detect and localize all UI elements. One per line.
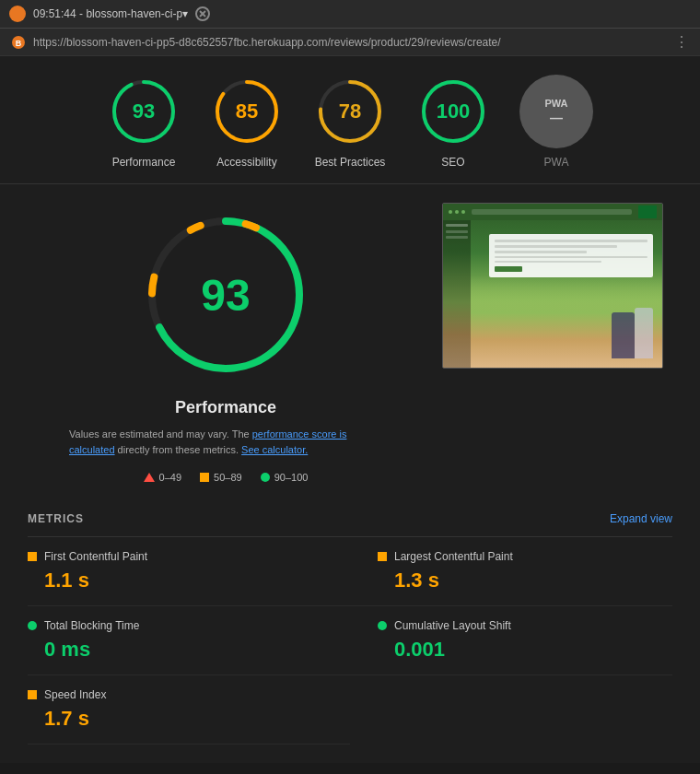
metric-si-indicator [28,690,37,699]
metric-fcp: First Contentful Paint 1.1 s [28,537,350,606]
metric-fcp-name: First Contentful Paint [44,550,147,563]
legend-range-red: 0–49 [159,472,181,483]
metrics-title: METRICS [28,512,84,525]
score-card-best-practices[interactable]: 78 Best Practices [313,75,387,169]
score-label-accessibility: Accessibility [216,156,276,169]
metric-cls-name: Cumulative Layout Shift [394,619,511,632]
stop-icon[interactable] [195,6,210,21]
metric-si-header: Speed Index [28,688,350,701]
expand-view-button[interactable]: Expand view [610,512,672,525]
legend-icon-orange [200,473,209,482]
left-panel: 93 Performance Values are estimated and … [28,203,424,483]
browser-icon [9,6,26,22]
score-label-pwa: PWA [544,156,569,169]
legend-icon-green [261,473,270,482]
svg-text:B: B [16,39,22,48]
metrics-section: METRICS Expand view First Contentful Pai… [0,501,700,763]
preview-header [443,204,662,220]
score-value-performance: 93 [133,100,155,123]
main-section: 93 Performance Values are estimated and … [0,184,700,501]
metric-si: Speed Index 1.7 s [28,675,350,745]
metric-tbt-value: 0 ms [28,638,350,662]
calculator-link[interactable]: See calculator. [241,444,308,455]
score-card-performance[interactable]: 93 Performance [107,75,181,169]
preview-main [471,220,662,368]
score-label-seo: SEO [441,156,464,169]
metric-lcp: Largest Contentful Paint 1.3 s [350,537,672,606]
metric-cls-header: Cumulative Layout Shift [378,619,672,632]
big-gauge-value: 93 [201,270,250,321]
legend-range-green: 90–100 [274,472,309,483]
metric-fcp-header: First Contentful Paint [28,550,350,563]
score-circle-performance: 93 [107,75,181,148]
score-card-accessibility[interactable]: 85 Accessibility [210,75,284,169]
score-label-performance: Performance [112,156,176,169]
metrics-grid: First Contentful Paint 1.1 s Largest Con… [28,537,672,745]
preview-nav-dot-2 [455,210,459,214]
metric-tbt-indicator [28,621,37,630]
metric-tbt-header: Total Blocking Time [28,619,350,632]
score-section: 93 Performance 85 Accessibility 78 Best … [0,56,700,183]
metric-si-value: 1.7 s [28,707,350,731]
metric-lcp-indicator [378,552,387,561]
performance-title: Performance [175,398,276,417]
score-circle-seo: 100 [416,75,490,148]
top-bar-time: 09:51:44 - blossom-haven-ci-p▾ [33,7,188,20]
metric-fcp-indicator [28,552,37,561]
values-note-middle: directly from these metrics. [115,444,242,455]
preview-content [443,220,662,368]
pwa-label: PWA [544,98,567,109]
score-value-accessibility: 85 [236,100,258,123]
score-card-seo[interactable]: 100 SEO [416,75,490,169]
metrics-header: METRICS Expand view [28,501,672,537]
site-preview-inner [443,204,662,368]
site-preview [442,203,663,369]
preview-nav-dot-3 [461,210,465,214]
metric-cls-indicator [378,621,387,630]
metric-cls: Cumulative Layout Shift 0.001 [350,606,672,675]
values-note: Values are estimated and may vary. The p… [69,427,382,457]
big-performance-gauge: 93 [134,203,318,387]
favicon: B [11,35,26,50]
pwa-circle: PWA — [519,75,593,148]
legend: 0–49 50–89 90–100 [144,472,309,483]
preview-sidebar [443,220,471,368]
score-value-best-practices: 78 [339,100,361,123]
score-card-pwa[interactable]: PWA — PWA [519,75,593,169]
legend-item-red: 0–49 [144,472,181,483]
legend-range-orange: 50–89 [214,472,242,483]
top-bar: 09:51:44 - blossom-haven-ci-p▾ [0,0,700,29]
metric-lcp-name: Largest Contentful Paint [394,550,513,563]
metric-cls-value: 0.001 [378,638,672,662]
preview-modal [489,234,653,277]
score-label-best-practices: Best Practices [315,156,386,169]
values-note-text: Values are estimated and may vary. The [69,428,252,440]
pwa-symbol: — [550,111,563,125]
url-text[interactable]: https://blossom-haven-ci-pp5-d8c652557fb… [33,36,667,49]
legend-item-green: 90–100 [261,472,309,483]
right-panel [442,203,672,483]
legend-icon-red [144,473,155,482]
preview-nav-dot [449,210,452,214]
metric-tbt: Total Blocking Time 0 ms [28,606,350,675]
score-circle-accessibility: 85 [210,75,284,148]
more-options-icon[interactable]: ⋮ [674,33,689,51]
metric-lcp-header: Largest Contentful Paint [378,550,672,563]
metric-si-name: Speed Index [44,688,106,701]
metric-lcp-value: 1.3 s [378,569,672,592]
score-value-seo: 100 [437,100,471,123]
url-bar: B https://blossom-haven-ci-pp5-d8c652557… [0,29,700,56]
metric-fcp-value: 1.1 s [28,569,350,592]
legend-item-orange: 50–89 [200,472,242,483]
score-circle-best-practices: 78 [313,75,387,148]
metric-tbt-name: Total Blocking Time [44,619,139,632]
